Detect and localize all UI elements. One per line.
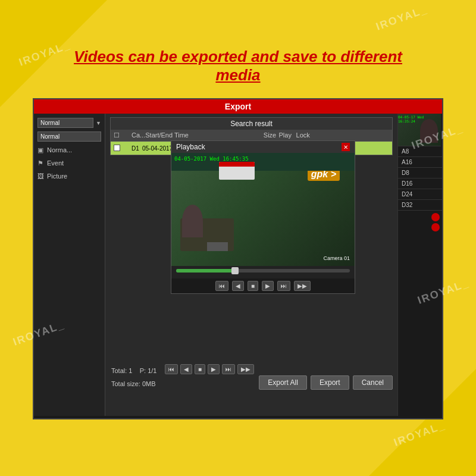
channel-d8[interactable]: D8: [398, 168, 442, 178]
total-count: Total: 1: [111, 367, 132, 374]
ctrl-rewind[interactable]: ◀: [232, 281, 244, 291]
col-header-size: Size: [240, 131, 276, 139]
sidebar-item-normal[interactable]: ▣ Norma...: [34, 143, 105, 156]
col-header-checkbox: ☐: [114, 131, 131, 139]
total-page: P: 1/1: [140, 367, 157, 374]
channel-d32[interactable]: D32: [398, 200, 442, 211]
person-silhouette: [182, 205, 203, 237]
monitor-icon: ▣: [37, 146, 45, 154]
ctrl-skip-end[interactable]: ⏭: [277, 281, 290, 291]
progress-handle[interactable]: [231, 267, 239, 274]
picture-icon: 🖼: [37, 173, 45, 180]
dvr-center: Search result ☐ Ca... Start/End Time Siz…: [105, 114, 397, 416]
playback-controls: ⏮ ◀ ■ ▶ ⏭ ▶▶: [171, 278, 355, 293]
total-size-text: Total size: 0MB: [111, 380, 156, 387]
col-header-play: Play: [276, 131, 294, 139]
nav-extra[interactable]: ▶▶: [237, 364, 254, 374]
channel-a16[interactable]: A16: [398, 157, 442, 168]
ctrl-next[interactable]: ▶▶: [294, 281, 311, 291]
scroll-up-btn[interactable]: [431, 213, 440, 221]
channel-list: A8 A16 D8 D16 D24 D32: [398, 146, 442, 234]
playback-title: Playback: [176, 143, 205, 151]
sidebar-mode-dropdown[interactable]: Normal ▼: [34, 116, 105, 130]
sidebar-normal-dropdown[interactable]: Normal: [34, 130, 105, 143]
sidebar-normal-value[interactable]: Normal: [37, 131, 101, 142]
dvr-topbar: Export: [34, 99, 442, 114]
row-checkbox[interactable]: [114, 145, 131, 152]
nav-first[interactable]: ⏮: [165, 364, 178, 374]
playback-popup: Playback ✕ gpk >: [171, 140, 355, 294]
playback-close-button[interactable]: ✕: [342, 143, 350, 151]
footer-total: Total: 1 P: 1/1: [111, 367, 156, 374]
channel-d16[interactable]: D16: [398, 178, 442, 189]
progress-bar-container[interactable]: [176, 269, 350, 273]
dvr-sidebar: Normal ▼ Normal ▣ Norma... ⚑ Event 🖼 Pic…: [34, 114, 105, 416]
dvr-window: Export Normal ▼ Normal ▣ Norma... ⚑ Even…: [33, 98, 443, 419]
ctrl-stop[interactable]: ■: [248, 281, 258, 291]
nav-last[interactable]: ⏭: [222, 364, 235, 374]
dropdown-arrow-icon: ▼: [96, 120, 101, 126]
sidebar-picture-label: Picture: [47, 173, 67, 180]
export-dialog: Search result ☐ Ca... Start/End Time Siz…: [105, 114, 397, 416]
export-button[interactable]: Export: [311, 375, 349, 390]
keyboard-shape: [207, 242, 228, 251]
camera-thumb: 04-05-17 Wed 16:35:24: [398, 114, 441, 146]
page-title: Videos can be exported and save to diffe…: [60, 48, 416, 84]
dvr-main: Normal ▼ Normal ▣ Norma... ⚑ Event 🖼 Pic…: [34, 114, 442, 416]
sidebar-item-picture[interactable]: 🖼 Picture: [34, 170, 105, 183]
nav-controls: ⏮ ◀ ■ ▶ ⏭ ▶▶: [165, 364, 254, 374]
sidebar-normal-label: Norma...: [47, 146, 72, 154]
nav-next[interactable]: ▶: [208, 364, 220, 374]
event-icon: ⚑: [37, 159, 45, 167]
cancel-button[interactable]: Cancel: [353, 375, 393, 390]
sidebar-dropdown-value[interactable]: Normal: [37, 118, 93, 128]
ctrl-skip-start[interactable]: ⏮: [215, 281, 228, 291]
col-header-time: Start/End Time: [145, 131, 240, 139]
scroll-down-btn[interactable]: [431, 223, 440, 231]
export-all-button[interactable]: Export All: [259, 375, 307, 390]
col-header-lock: Lock: [294, 131, 312, 139]
playback-title-bar: Playback ✕: [171, 141, 355, 153]
progress-bar-fill: [176, 269, 237, 273]
dvr-right: 04-05-17 Wed 16:35:24 A8 A16 D8 D16 D24 …: [397, 114, 442, 416]
fisheye-scene: gpk >: [171, 153, 355, 266]
channel-d24[interactable]: D24: [398, 189, 442, 200]
nav-stop[interactable]: ■: [195, 364, 205, 374]
playback-video: gpk > 04-05-2017 Wed 16:45:35 Camera 01: [171, 153, 355, 266]
video-timestamp: 04-05-2017 Wed 16:45:35: [174, 156, 249, 162]
camera-feed: 04-05-17 Wed 16:35:24: [398, 114, 441, 146]
search-result-title: Search result: [111, 118, 392, 130]
camera-timestamp: 04-05-17 Wed 16:35:24: [398, 115, 440, 123]
title-text: Videos can be exported and save to diffe…: [74, 48, 402, 84]
scroll-controls: [398, 211, 442, 234]
channel-a8[interactable]: A8: [398, 146, 442, 157]
sidebar-item-event[interactable]: ⚑ Event: [34, 156, 105, 170]
dvr-window-title: Export: [225, 102, 251, 111]
table-header: ☐ Ca... Start/End Time Size Play Lock: [111, 130, 392, 142]
playback-progress: [171, 266, 355, 278]
video-camera-label: Camera 01: [323, 255, 350, 261]
sidebar-event-label: Event: [47, 159, 64, 167]
nav-prev[interactable]: ◀: [180, 364, 192, 374]
total-size-label: Total size: 0MB: [111, 380, 156, 387]
row-cam: D1: [131, 145, 142, 152]
export-buttons: Export All Export Cancel: [259, 375, 393, 390]
col-header-cam: Ca...: [131, 131, 145, 139]
calendar-header: [219, 162, 255, 167]
ctrl-play[interactable]: ▶: [262, 281, 274, 291]
